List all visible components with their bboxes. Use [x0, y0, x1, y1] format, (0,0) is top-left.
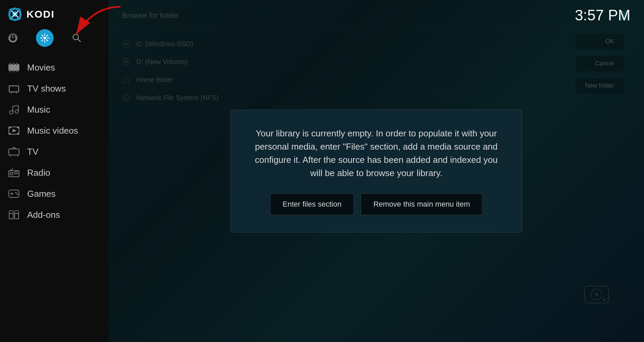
- svg-rect-20: [16, 63, 18, 65]
- svg-rect-53: [15, 213, 19, 219]
- svg-point-8: [43, 37, 46, 39]
- kodi-logo: KODI: [7, 6, 55, 22]
- sidebar-icon-row: [0, 26, 109, 54]
- movies-label: Movies: [27, 62, 55, 73]
- svg-rect-38: [9, 149, 19, 155]
- svg-point-51: [17, 193, 18, 195]
- svg-rect-19: [13, 63, 14, 65]
- games-label: Games: [27, 189, 56, 199]
- sidebar-item-movies[interactable]: Movies: [0, 57, 109, 78]
- svg-rect-34: [9, 127, 11, 128]
- dialog: Your library is currently empty. In orde…: [230, 110, 522, 232]
- sidebar-item-radio[interactable]: Radio: [0, 162, 109, 183]
- svg-point-50: [15, 192, 17, 193]
- musicvideos-icon: [8, 125, 20, 136]
- search-button[interactable]: [71, 32, 83, 44]
- main-content: Browse for folder C: (Windows-SSD) D: (N…: [109, 0, 644, 342]
- radio-label: Radio: [27, 168, 50, 178]
- musicvideos-label: Music videos: [27, 126, 78, 136]
- sidebar-item-tvshows[interactable]: TV shows: [0, 78, 109, 99]
- tv-icon: [8, 146, 20, 157]
- tvshows-label: TV shows: [27, 83, 66, 94]
- svg-point-27: [10, 111, 13, 114]
- sidebar-item-musicvideos[interactable]: Music videos: [0, 120, 109, 141]
- sidebar-item-tv[interactable]: TV: [0, 141, 109, 162]
- dialog-overlay: Your library is currently empty. In orde…: [109, 0, 644, 342]
- svg-rect-54: [9, 211, 13, 213]
- remove-menu-item-button[interactable]: Remove this main menu item: [361, 193, 482, 215]
- power-button[interactable]: [7, 32, 19, 44]
- svg-rect-24: [9, 86, 19, 92]
- tv-label: TV: [27, 147, 38, 157]
- svg-rect-35: [17, 127, 19, 128]
- svg-rect-21: [9, 70, 11, 72]
- radio-icon: [8, 167, 20, 178]
- games-icon: [8, 188, 20, 200]
- svg-rect-36: [9, 133, 11, 134]
- dialog-buttons: Enter files section Remove this main men…: [251, 193, 501, 215]
- sidebar-item-games[interactable]: Games: [0, 183, 109, 204]
- svg-rect-52: [9, 213, 13, 219]
- clock: 3:57 PM: [575, 7, 630, 24]
- dialog-message: Your library is currently empty. In orde…: [251, 127, 501, 180]
- enter-files-button[interactable]: Enter files section: [270, 193, 354, 215]
- svg-rect-37: [17, 133, 19, 134]
- music-icon: [8, 104, 20, 115]
- kodi-logo-icon: [7, 6, 23, 22]
- svg-rect-55: [15, 211, 19, 213]
- sidebar: KODI: [0, 0, 109, 342]
- svg-rect-22: [13, 70, 14, 72]
- svg-rect-18: [9, 63, 11, 65]
- svg-rect-23: [16, 70, 18, 72]
- svg-point-44: [10, 172, 13, 175]
- music-label: Music: [27, 104, 50, 115]
- sidebar-menu: Movies TV shows: [0, 54, 109, 342]
- settings-button[interactable]: [36, 29, 54, 47]
- svg-marker-33: [13, 129, 17, 132]
- addons-icon: [8, 209, 20, 221]
- movies-icon: [8, 62, 20, 73]
- app-name: KODI: [26, 8, 55, 20]
- addons-label: Add-ons: [27, 210, 60, 220]
- svg-line-31: [13, 106, 18, 106]
- svg-line-10: [78, 39, 80, 42]
- tvshows-icon: [8, 83, 20, 94]
- sidebar-item-addons[interactable]: Add-ons: [0, 204, 109, 225]
- sidebar-header: KODI: [0, 0, 109, 26]
- svg-point-28: [15, 110, 18, 113]
- sidebar-item-music[interactable]: Music: [0, 99, 109, 120]
